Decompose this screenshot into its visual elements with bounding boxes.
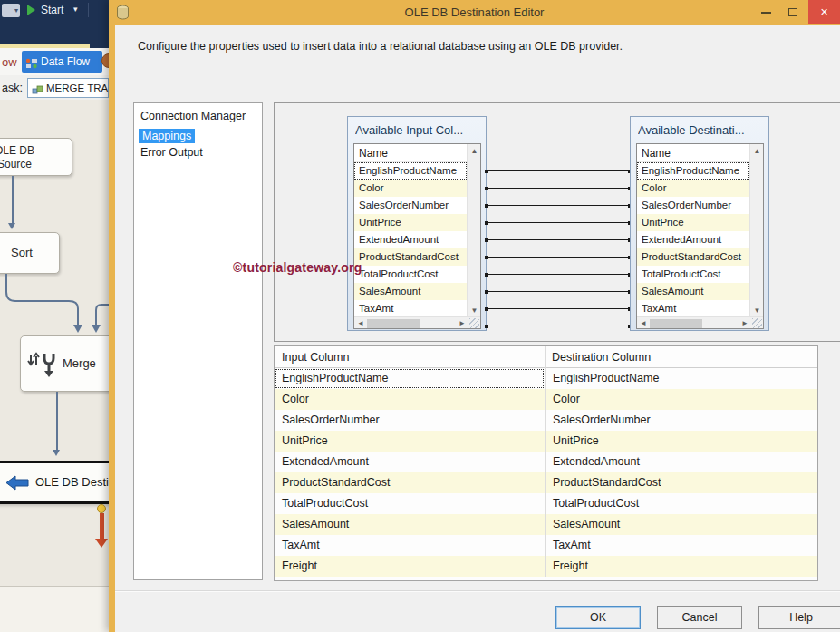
mapping-line[interactable]	[486, 222, 631, 223]
list-item[interactable]: SalesOrderNumber	[637, 197, 749, 214]
resize-grip[interactable]	[752, 318, 762, 328]
mappings-panel: Available Input Col... Name EnglishProdu…	[274, 102, 840, 342]
sort-box[interactable]: Sort	[0, 232, 60, 274]
grid-cell[interactable]: EnglishProductName	[546, 368, 817, 389]
toolbar-dropdown[interactable]: ▾	[2, 4, 20, 17]
dialog-nav-panel: Connection Manager Mappings Error Output	[133, 102, 263, 580]
grid-cell[interactable]: UnitPrice	[546, 431, 817, 452]
error-output-arrowhead	[95, 539, 108, 548]
scroll-left-icon[interactable]: ◄	[637, 317, 650, 329]
grid-cell[interactable]: SalesOrderNumber	[546, 410, 817, 431]
cancel-button[interactable]: Cancel	[657, 606, 742, 629]
grid-cell[interactable]: Color	[546, 389, 817, 410]
list-item[interactable]: ProductStandardCost	[354, 248, 467, 266]
destination-arrow-icon	[5, 475, 29, 494]
scrollbar-thumb[interactable]	[650, 319, 702, 328]
ok-button[interactable]: OK	[555, 606, 641, 629]
grid-cell[interactable]: TotalProductCost	[546, 493, 817, 514]
vertical-scrollbar[interactable]: ▲ ▼	[749, 144, 763, 317]
grid-cell[interactable]: SalesAmount	[546, 514, 817, 535]
nav-item-mappings[interactable]: Mappings	[139, 129, 195, 143]
scroll-up-icon[interactable]: ▲	[750, 144, 764, 158]
scroll-right-icon[interactable]: ►	[456, 317, 468, 329]
scroll-right-icon[interactable]: ►	[739, 317, 751, 329]
horizontal-scrollbar[interactable]: ◄ ►	[354, 316, 480, 329]
mapping-line[interactable]	[486, 188, 631, 189]
list-item[interactable]: Color	[354, 180, 467, 197]
scrollbar-thumb[interactable]	[367, 319, 420, 328]
grid-cell[interactable]: EnglishProductName	[275, 368, 545, 389]
dialog-description: Configure the properties used to insert …	[138, 40, 623, 53]
dialog-titlebar[interactable]: OLE DB Destination Editor ✕	[109, 0, 840, 25]
grid-cell[interactable]: Freight	[546, 556, 817, 577]
list-item[interactable]: UnitPrice	[637, 214, 749, 231]
scroll-up-icon[interactable]: ▲	[468, 144, 481, 158]
maximize-button[interactable]	[781, 0, 805, 24]
mapping-line[interactable]	[486, 257, 631, 258]
grid-cell[interactable]: TotalProductCost	[275, 493, 545, 514]
error-output-arrow[interactable]	[100, 513, 104, 539]
grid-cell[interactable]: ExtendedAmount	[546, 452, 817, 472]
grid-header-input[interactable]: Input Column	[282, 351, 349, 364]
list-item[interactable]: TaxAmt	[637, 300, 749, 317]
nav-item-connection-manager[interactable]: Connection Manager	[140, 110, 246, 122]
vertical-scrollbar[interactable]: ▲ ▼	[467, 144, 480, 317]
scroll-down-icon[interactable]: ▼	[468, 304, 481, 317]
list-item[interactable]: TaxAmt	[354, 300, 467, 317]
source-label-line1: OLE DB	[0, 144, 72, 158]
nav-item-error-output[interactable]: Error Output	[140, 146, 203, 159]
help-button[interactable]: Help	[758, 606, 840, 629]
list-item[interactable]: Color	[637, 180, 749, 197]
input-list-header[interactable]: Name	[354, 144, 467, 162]
flow-arrowhead	[8, 223, 15, 229]
list-item[interactable]: SalesAmount	[637, 283, 749, 300]
list-item[interactable]: EnglishProductName	[354, 162, 467, 180]
scroll-down-icon[interactable]: ▼	[750, 304, 764, 317]
mapping-line[interactable]	[486, 239, 631, 240]
list-item[interactable]: UnitPrice	[354, 214, 467, 231]
start-button[interactable]: Start	[41, 4, 63, 16]
task-combo[interactable]: MERGE TRA	[27, 78, 109, 98]
list-item[interactable]: EnglishProductName	[637, 162, 749, 180]
start-play-icon	[27, 5, 35, 15]
flow-arrowhead	[53, 450, 60, 456]
destination-list-header[interactable]: Name	[637, 144, 749, 162]
grid-cell[interactable]: ProductStandardCost	[546, 472, 817, 493]
data-flow-tab[interactable]: Data Flow	[22, 51, 102, 73]
mapping-line[interactable]	[486, 308, 631, 309]
grid-cell[interactable]: SalesAmount	[275, 514, 545, 535]
grid-cell[interactable]: UnitPrice	[275, 431, 545, 452]
grid-cell[interactable]: Freight	[275, 556, 545, 577]
list-item[interactable]: TotalProductCost	[354, 266, 467, 283]
grid-cell[interactable]: SalesOrderNumber	[275, 410, 545, 431]
list-item[interactable]: ExtendedAmount	[354, 231, 467, 248]
ole-db-destination-box[interactable]: OLE DB Destin	[0, 461, 121, 504]
list-item[interactable]: ExtendedAmount	[637, 231, 749, 248]
mapping-line[interactable]	[486, 170, 631, 171]
resize-grip[interactable]	[469, 318, 479, 328]
grid-cell[interactable]: Color	[275, 389, 545, 410]
mapping-line[interactable]	[486, 291, 631, 292]
grid-header-destination[interactable]: Destination Column	[552, 351, 651, 364]
start-caret-icon[interactable]: ▾	[73, 5, 78, 14]
mapping-line[interactable]	[486, 274, 631, 275]
merge-box[interactable]: Merge	[20, 335, 121, 392]
mapping-line[interactable]	[486, 326, 631, 326]
scroll-left-icon[interactable]: ◄	[354, 317, 367, 329]
list-item[interactable]: SalesOrderNumber	[354, 197, 467, 214]
close-button[interactable]: ✕	[808, 0, 840, 24]
list-item[interactable]: SalesAmount	[354, 283, 467, 300]
mapping-line[interactable]	[486, 205, 631, 206]
grid-cell[interactable]: ExtendedAmount	[275, 452, 545, 472]
grid-cell[interactable]: TaxAmt	[275, 535, 545, 556]
task-value: MERGE TRA	[46, 83, 108, 93]
grid-cell[interactable]: TaxAmt	[546, 535, 817, 556]
grid-cell[interactable]: ProductStandardCost	[275, 472, 545, 493]
minimize-button[interactable]	[754, 0, 777, 24]
control-flow-tab[interactable]: ow	[2, 55, 17, 69]
horizontal-scrollbar[interactable]: ◄ ►	[637, 316, 763, 329]
available-input-columns: Available Input Col... Name EnglishProdu…	[347, 116, 487, 331]
ole-db-source-box[interactable]: OLE DB Source	[0, 138, 72, 176]
list-item[interactable]: ProductStandardCost	[637, 248, 749, 266]
list-item[interactable]: TotalProductCost	[637, 266, 749, 283]
